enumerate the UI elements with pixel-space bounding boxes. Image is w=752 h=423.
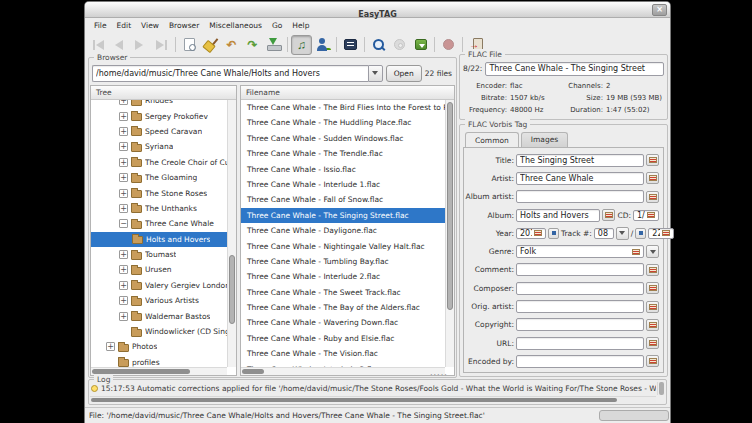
tree-item[interactable]: +Rhodes [91,100,227,108]
apply-encoded-by-to-selection-button[interactable] [646,355,659,367]
expand-icon[interactable]: + [119,265,128,274]
filename-column-header[interactable]: Filename [241,86,454,100]
scan-files-button[interactable] [179,35,200,55]
apply-title-to-selection-button[interactable] [646,154,659,166]
tree-item[interactable]: +Valery Gergiev London Symp [91,278,227,293]
track-total-field[interactable]: 22 [648,228,674,239]
log-entry-row[interactable]: 15:17:53 Automatic corrections applied f… [91,383,656,394]
tree-vertical-scrollbar[interactable] [227,100,236,367]
tree-item[interactable]: +The Creole Choir of Cuba [91,155,227,170]
expand-icon[interactable]: + [119,112,128,121]
redo-button[interactable] [242,35,263,55]
tree-item[interactable]: +Speed Caravan [91,124,227,139]
artist-album-view-button[interactable] [312,35,333,55]
apply-composer-to-selection-button[interactable] [646,282,659,294]
track-field[interactable]: 08 [594,228,614,239]
artist-field[interactable]: Three Cane Whale [516,172,644,185]
cd-search-button[interactable] [389,35,410,55]
url-field[interactable] [516,337,644,350]
expand-icon[interactable]: + [119,204,128,213]
expand-icon[interactable]: + [119,312,128,321]
file-list-item[interactable]: Three Cane Whale - The Huddling Place.fl… [241,115,445,130]
close-button[interactable]: × [652,4,667,16]
file-list-item[interactable]: Three Cane Whale - Nightingale Valley Ha… [241,239,445,254]
expand-icon[interactable]: + [119,100,128,105]
title-field[interactable]: The Singing Street [516,154,644,167]
apply-album-artist-to-selection-button[interactable] [646,191,659,203]
composer-field[interactable] [516,282,644,295]
tree-item[interactable]: +The Stone Roses [91,185,227,200]
tree-item[interactable]: +Urusen [91,262,227,277]
file-vertical-scrollbar[interactable] [445,100,454,367]
apply-copyright-to-selection-button[interactable] [646,319,659,331]
select-all-button[interactable] [340,35,361,55]
tree-item[interactable]: +The Unthanks [91,201,227,216]
expand-icon[interactable]: + [119,158,128,167]
file-list-item[interactable]: Three Cane Whale - The Bird Flies Into t… [241,100,445,115]
go-next-button[interactable] [130,35,151,55]
tree-item[interactable]: +The Gloaming [91,170,227,185]
file-list-item[interactable]: Three Cane Whale - Tumbling Bay.flac [241,254,445,269]
menu-file[interactable]: File [89,18,112,33]
file-list-item[interactable]: Three Cane Whale - Dayligone.flac [241,223,445,238]
tree-item[interactable]: −Three Cane Whale [91,216,227,231]
file-horizontal-scrollbar[interactable] [241,367,445,375]
tree-item[interactable]: profiles [91,355,227,367]
tree-item[interactable]: +Waldemar Bastos [91,308,227,323]
file-list-item[interactable]: Three Cane Whale - The Sweet Track.flac [241,285,445,300]
file-list-item[interactable]: Three Cane Whale - Interlude 2.flac [241,269,445,284]
count-tracks-button[interactable] [635,228,646,239]
file-list-item[interactable]: Three Cane Whale - Wavering Down.flac [241,315,445,330]
undo-button[interactable] [221,35,242,55]
menu-edit[interactable]: Edit [112,18,137,33]
file-list-item[interactable]: Three Cane Whale - The Singing Street.fl… [241,208,445,223]
menu-miscellaneous[interactable]: Miscellaneous [204,18,267,33]
comment-field[interactable] [516,263,644,276]
genre-field[interactable]: Folk [516,245,644,258]
path-dropdown-button[interactable] [368,65,383,82]
apply-url-to-selection-button[interactable] [646,337,659,349]
tree-column-header[interactable]: Tree [91,86,236,100]
menu-view[interactable]: View [136,18,164,33]
year-field[interactable]: 2012 [516,228,546,239]
expand-icon[interactable]: + [106,342,115,351]
tree-item[interactable]: +Sergey Prokofiev [91,108,227,123]
tree-item[interactable]: Windowlicker (CD Single) [91,324,227,339]
tree-item[interactable]: +Photos [91,339,227,354]
tab-images[interactable]: Images [521,132,568,147]
tab-common[interactable]: Common [465,132,519,147]
tree-item[interactable]: +Various Artists [91,293,227,308]
log-hscroll-thumb[interactable] [91,398,617,402]
album-artist-field[interactable] [516,190,644,203]
expand-icon[interactable]: + [119,189,128,198]
filename-input[interactable]: Three Cane Whale - The Singing Street [485,62,664,76]
tree-vscroll-thumb[interactable] [229,255,235,324]
expand-icon[interactable]: + [119,250,128,259]
album-field[interactable]: Holts and Hovers [516,209,600,222]
tree-item[interactable]: +Syriana [91,139,227,154]
file-list-item[interactable]: Three Cane Whale - Sudden Windows.flac [241,131,445,146]
apply-album-to-selection-button[interactable] [602,209,615,221]
tree-item[interactable]: Holts and Hovers [91,232,227,247]
file-vscroll-thumb[interactable] [447,102,453,310]
file-hscroll-thumb[interactable] [242,369,264,374]
file-list-item[interactable]: Three Cane Whale - The Vision.flac [241,346,445,361]
file-list-item[interactable]: Three Cane Whale - Issio.flac [241,162,445,177]
tree-view-button[interactable] [291,35,312,55]
expand-icon[interactable]: + [119,296,128,305]
expand-icon[interactable]: + [119,127,128,136]
log-horizontal-scrollbar[interactable] [90,396,656,403]
file-list-item[interactable]: Three Cane Whale - The Trendle.flac [241,146,445,161]
expand-icon[interactable]: + [119,142,128,151]
cddb-search-button[interactable] [410,35,431,55]
log-vscroll-thumb[interactable] [659,382,664,395]
cd-field[interactable]: 1/1 [633,210,659,221]
apply-orig-artist-to-selection-button[interactable] [646,301,659,313]
titlebar[interactable]: EasyTAG × [85,2,670,18]
track-dropdown-button[interactable] [616,227,629,240]
menu-go[interactable]: Go [267,18,287,33]
copyright-field[interactable] [516,318,644,331]
remove-tags-button[interactable] [200,35,221,55]
menu-help[interactable]: Help [287,18,314,33]
file-list-item[interactable]: Three Cane Whale - Ruby and Elsie.flac [241,331,445,346]
